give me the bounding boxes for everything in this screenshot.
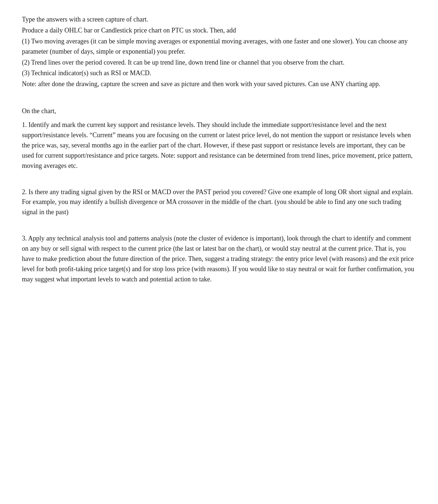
spacer-3 (22, 227, 416, 234)
item2-text: 2. Is there any trading signal given by … (22, 187, 416, 218)
intro-line-2: Produce a daily OHLC bar or Candlestick … (22, 26, 416, 36)
item1-text: 1. Identify and mark the current key sup… (22, 120, 416, 171)
item1-number: 1. (22, 121, 27, 128)
intro-line-4: (2) Trend lines over the period covered.… (22, 58, 416, 68)
numbered-section-3: 3. Apply any technical analysis tool and… (22, 234, 416, 284)
item1-body: Identify and mark the current key suppor… (22, 121, 412, 169)
spacer-2 (22, 181, 416, 187)
on-chart-header: On the chart, (22, 106, 416, 116)
intro-line-1: Type the answers with a screen capture o… (22, 15, 416, 25)
item2-number: 2. (22, 188, 27, 196)
item3-number: 3. (22, 235, 27, 242)
intro-line-5: (3) Technical indicator(s) such as RSI o… (22, 68, 416, 78)
intro-line-6: Note: after done the drawing, capture th… (22, 79, 416, 89)
item3-text: 3. Apply any technical analysis tool and… (22, 234, 416, 284)
on-chart-label: On the chart, (22, 107, 56, 115)
spacer-1 (22, 100, 416, 106)
page-content: Type the answers with a screen capture o… (22, 15, 416, 285)
intro-block: Type the answers with a screen capture o… (22, 15, 416, 89)
numbered-section-1: 1. Identify and mark the current key sup… (22, 120, 416, 171)
intro-line-3: (1) Two moving averages (it can be simpl… (22, 36, 416, 57)
item2-body: Is there any trading signal given by the… (22, 188, 413, 216)
numbered-section-2: 2. Is there any trading signal given by … (22, 187, 416, 218)
item3-body: Apply any technical analysis tool and pa… (22, 235, 414, 283)
